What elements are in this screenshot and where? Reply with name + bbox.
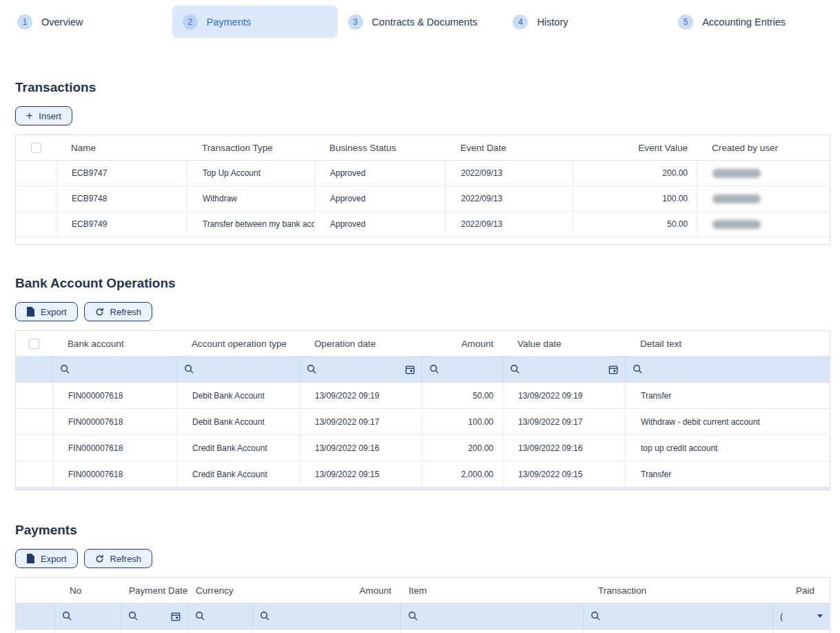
refresh-button[interactable]: Refresh [84,549,153,568]
column-header-no[interactable]: No [54,585,121,596]
tab-accounting-entries[interactable]: 5 Accounting Entries [668,6,833,38]
search-icon [195,611,205,621]
column-header-name[interactable]: Name [56,143,187,153]
bank-operations-table: Bank account Account operation type Oper… [15,330,830,490]
search-icon [62,611,72,621]
filter-account-operation-type[interactable] [176,356,299,382]
table-row[interactable]: ECB9748 Withdraw Approved 2022/09/13 100… [16,186,830,212]
filter-value-date[interactable] [502,356,625,382]
filter-transaction[interactable] [583,603,772,629]
tab-label: History [537,17,568,28]
table-row[interactable]: FIN000007618 Credit Bank Account 13/09/2… [16,461,830,488]
column-header-event-date[interactable]: Event Date [445,143,573,153]
column-header-amount[interactable]: Amount [252,585,400,596]
column-header-currency[interactable]: Currency [187,585,252,596]
redacted-username [713,169,761,178]
filter-amount[interactable] [252,603,400,629]
column-header-item[interactable]: Item [400,585,583,596]
column-header-event-value[interactable]: Event Value [573,143,697,153]
calendar-icon[interactable] [608,365,618,374]
column-header-payment-date[interactable]: Payment Date [121,585,187,596]
filter-item[interactable] [400,603,583,629]
filter-no[interactable] [54,603,121,629]
table-row[interactable]: FIN000007618 Credit Bank Account 13/09/2… [16,435,830,461]
search-icon [408,611,418,621]
filter-detail-text[interactable] [625,356,831,382]
search-icon [184,364,194,374]
filter-row [16,356,830,383]
tab-label: Payments [207,17,251,28]
redacted-username [713,194,761,203]
redacted-username [713,220,761,229]
column-header-bank-account[interactable]: Bank account [52,339,176,349]
filter-operation-date[interactable] [299,356,422,382]
payments-table: No Payment Date Currency Amount Item Tra… [15,577,830,633]
document-icon [26,307,34,316]
search-icon [260,611,270,621]
filter-bank-account[interactable] [52,356,176,382]
column-header-amount[interactable]: Amount [422,339,502,349]
wizard-tab-bar: 1 Overview 2 Payments 3 Contracts & Docu… [0,0,840,38]
search-icon [128,611,139,621]
table-row[interactable]: FIN000007618 Debit Bank Account 13/09/20… [16,383,830,409]
column-header-business-status[interactable]: Business Status [314,143,445,153]
export-button[interactable]: Export [15,549,78,568]
tab-number-badge: 1 [17,14,32,30]
tab-number-badge: 5 [678,14,693,30]
column-header-value-date[interactable]: Value date [502,339,625,349]
column-header-operation-date[interactable]: Operation date [299,339,422,349]
column-header-paid[interactable]: Paid [772,585,831,596]
tab-history[interactable]: 4 History [502,6,668,38]
refresh-button[interactable]: Refresh [84,302,153,321]
search-icon [510,364,520,374]
refresh-icon [95,554,104,563]
tab-number-badge: 4 [513,14,528,30]
tab-label: Accounting Entries [702,17,786,28]
filter-row: ( [16,603,830,630]
select-all-checkbox[interactable] [31,143,41,153]
filter-payment-date[interactable] [121,603,187,629]
tab-number-badge: 3 [348,14,363,30]
filter-paid-dropdown[interactable]: ( [772,603,831,629]
search-icon [429,364,440,374]
table-row[interactable] [16,630,830,633]
tab-label: Overview [41,17,83,28]
calendar-icon[interactable] [405,365,415,374]
bank-operations-section-title: Bank Account Operations [15,276,840,291]
tab-label: Contracts & Documents [372,17,478,28]
column-header-created-by-user[interactable]: Created by user [697,143,831,153]
horizontal-scrollbar[interactable] [16,488,830,490]
search-icon [591,611,601,621]
transactions-section-title: Transactions [15,80,840,95]
tab-number-badge: 2 [183,14,198,30]
tab-contracts-documents[interactable]: 3 Contracts & Documents [338,6,503,38]
column-header-detail-text[interactable]: Detail text [625,339,831,349]
insert-button[interactable]: + Insert [15,106,72,125]
chevron-down-icon [817,614,823,618]
table-row[interactable]: FIN000007618 Debit Bank Account 13/09/20… [16,409,830,435]
refresh-icon [95,308,104,316]
plus-icon: + [26,110,32,121]
column-header-transaction[interactable]: Transaction [583,585,772,596]
table-row[interactable]: ECB9747 Top Up Account Approved 2022/09/… [16,161,830,186]
transactions-table: Name Transaction Type Business Status Ev… [15,134,830,245]
filter-currency[interactable] [187,603,252,629]
export-button[interactable]: Export [15,302,78,321]
tab-overview[interactable]: 1 Overview [7,6,172,38]
document-icon [26,554,34,563]
filter-amount[interactable] [422,356,502,382]
select-all-checkbox[interactable] [29,339,39,349]
search-icon [633,364,643,374]
calendar-icon[interactable] [171,612,181,621]
search-icon [60,364,70,374]
column-header-account-operation-type[interactable]: Account operation type [176,339,299,349]
tab-payments[interactable]: 2 Payments [172,6,338,38]
payments-section-title: Payments [15,523,840,538]
table-row[interactable]: ECB9749 Transfer between my bank acco...… [16,212,830,237]
column-header-transaction-type[interactable]: Transaction Type [187,143,314,153]
search-icon [307,364,317,374]
